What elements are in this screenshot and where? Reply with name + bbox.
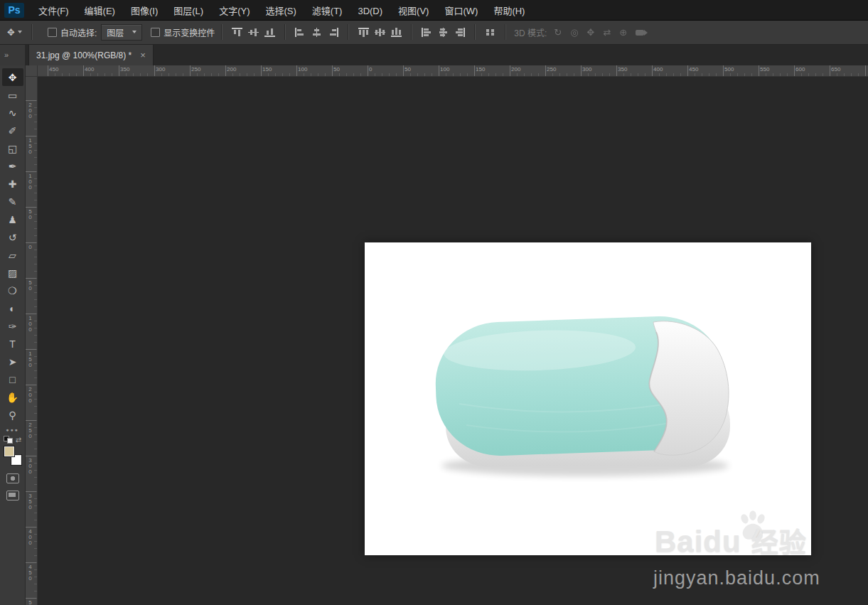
distribute-hcenter-icon[interactable] bbox=[438, 28, 449, 37]
3d-rotate-icon[interactable]: ↻ bbox=[554, 27, 562, 38]
ruler-v-label: 350 bbox=[27, 493, 33, 510]
horizontal-ruler[interactable]: 4504003503002502001501005005010015020025… bbox=[26, 65, 868, 77]
gradient-tool[interactable]: ▨ bbox=[2, 264, 23, 282]
move-tool[interactable]: ✥ bbox=[2, 68, 23, 86]
eraser-tool[interactable]: ▱ bbox=[2, 246, 23, 264]
show-transform-checkbox[interactable] bbox=[151, 28, 160, 37]
shape-tool-icon: □ bbox=[9, 375, 15, 385]
foreground-color-swatch[interactable] bbox=[4, 446, 14, 456]
swap-colors-icon[interactable]: ⇄ bbox=[16, 437, 21, 444]
path-selection-tool[interactable]: ➤ bbox=[2, 353, 23, 370]
color-swatches bbox=[4, 446, 21, 465]
blur-tool[interactable]: ❍ bbox=[2, 282, 23, 299]
ruler-corner[interactable] bbox=[26, 65, 38, 77]
separator bbox=[348, 24, 349, 40]
hand-tool[interactable]: ✋ bbox=[2, 388, 23, 406]
tool-preset-picker[interactable]: ✥ bbox=[7, 27, 22, 38]
lasso-tool[interactable]: ∿ bbox=[2, 104, 23, 122]
clone-stamp-tool[interactable]: ♟ bbox=[2, 210, 23, 228]
align-left-icon[interactable] bbox=[295, 28, 306, 37]
camera-icon bbox=[636, 30, 644, 36]
vertical-ruler[interactable]: 2001501005005010015020025030035040045050… bbox=[26, 77, 38, 605]
3d-slide-icon[interactable]: ⇄ bbox=[603, 27, 611, 38]
screen-mode-icon[interactable] bbox=[6, 491, 19, 500]
document-canvas[interactable] bbox=[365, 242, 811, 555]
auto-select-target-dropdown[interactable]: 图层 bbox=[101, 24, 142, 41]
distribute-left-icon[interactable] bbox=[422, 28, 432, 37]
menu-file[interactable]: 文件(F) bbox=[31, 6, 77, 16]
ruler-v-label: 300 bbox=[27, 457, 33, 474]
ruler-h-label: 0 bbox=[369, 66, 372, 73]
type-tool-icon: T bbox=[9, 339, 16, 349]
menu-filter[interactable]: 滤镜(T) bbox=[304, 6, 350, 16]
menu-image[interactable]: 图像(I) bbox=[123, 6, 166, 16]
distribute-bottom-icon[interactable] bbox=[391, 28, 402, 37]
align-right-icon[interactable] bbox=[328, 28, 338, 37]
ruler-v-label: 100 bbox=[27, 315, 33, 332]
marquee-tool[interactable]: ▭ bbox=[2, 86, 23, 104]
ruler-h-label: 150 bbox=[476, 66, 485, 73]
edit-toolbar-icon[interactable]: ●●● bbox=[6, 427, 19, 432]
ruler-v-label: 250 bbox=[27, 422, 33, 439]
ruler-h-label: 500 bbox=[724, 66, 734, 73]
brush-tool[interactable]: ✎ bbox=[2, 193, 23, 210]
ruler-v-label: 0 bbox=[27, 244, 33, 250]
dodge-tool[interactable]: ◐ bbox=[2, 299, 23, 317]
canvas-area[interactable]: Baidu经验 jingyan.baidu.com bbox=[38, 77, 868, 605]
background-color-swatch[interactable] bbox=[11, 455, 21, 465]
align-bottom-icon[interactable] bbox=[264, 28, 275, 37]
zoom-tool[interactable]: ⚲ bbox=[2, 406, 23, 424]
healing-brush-tool[interactable]: ✚ bbox=[2, 175, 23, 193]
menu-select[interactable]: 选择(S) bbox=[257, 6, 304, 16]
3d-scale-icon[interactable]: ⊕ bbox=[619, 27, 627, 38]
ruler-h-label: 50 bbox=[333, 66, 340, 73]
device-artwork bbox=[427, 315, 744, 482]
menu-help[interactable]: 帮助(H) bbox=[486, 6, 532, 16]
3d-camera-icon[interactable] bbox=[636, 27, 644, 38]
distribute-right-icon[interactable] bbox=[454, 28, 465, 37]
align-vcenter-icon[interactable] bbox=[248, 28, 259, 37]
marquee-tool-icon: ▭ bbox=[8, 90, 17, 100]
auto-select-checkbox[interactable] bbox=[48, 28, 57, 37]
menu-window[interactable]: 窗口(W) bbox=[436, 6, 486, 16]
quick-mask-mode-icon[interactable] bbox=[6, 473, 19, 483]
distribute-top-icon[interactable] bbox=[358, 28, 369, 37]
align-top-icon[interactable] bbox=[232, 28, 242, 37]
quick-selection-tool[interactable]: ✐ bbox=[2, 122, 23, 139]
mode3d-icons: ↻◎✥⇄⊕ bbox=[550, 27, 648, 38]
crop-tool[interactable]: ◱ bbox=[2, 139, 23, 157]
auto-align-layers-icon[interactable] bbox=[485, 28, 495, 37]
menu-edit[interactable]: 编辑(E) bbox=[77, 6, 123, 16]
menu-3d[interactable]: 3D(D) bbox=[350, 6, 390, 16]
ruler-h-label: 300 bbox=[582, 66, 591, 73]
distribute-vcenter-icon[interactable] bbox=[375, 28, 385, 37]
ruler-v-label: 50 bbox=[27, 279, 33, 291]
pen-tool-icon: ✑ bbox=[9, 321, 17, 331]
3d-drag-icon[interactable]: ✥ bbox=[587, 27, 595, 38]
shape-tool[interactable]: □ bbox=[2, 370, 23, 388]
menu-view[interactable]: 视图(V) bbox=[390, 6, 436, 16]
menu-type[interactable]: 文字(Y) bbox=[211, 6, 257, 16]
align-hcenter-icon[interactable] bbox=[311, 28, 322, 37]
menu-layer[interactable]: 图层(L) bbox=[166, 6, 211, 16]
menu-bar: Ps 文件(F)编辑(E)图像(I)图层(L)文字(Y)选择(S)滤镜(T)3D… bbox=[0, 0, 868, 21]
pen-tool[interactable]: ✑ bbox=[2, 317, 23, 335]
eraser-tool-icon: ▱ bbox=[9, 250, 16, 260]
close-icon[interactable]: × bbox=[140, 50, 146, 60]
eyedropper-tool-icon: ✒ bbox=[9, 161, 17, 171]
ruler-v-label: 500 bbox=[27, 599, 33, 605]
ruler-v-label: 200 bbox=[27, 102, 33, 119]
default-colors-icon[interactable] bbox=[4, 436, 13, 444]
ruler-h-label: 50 bbox=[404, 66, 411, 73]
eyedropper-tool[interactable]: ✒ bbox=[2, 157, 23, 175]
ruler-v-label: 150 bbox=[27, 350, 33, 368]
3d-roll-icon[interactable]: ◎ bbox=[570, 27, 578, 38]
toolbar-collapse-button[interactable]: » bbox=[0, 44, 26, 65]
quick-selection-tool-icon: ✐ bbox=[9, 126, 17, 136]
history-brush-tool[interactable]: ↺ bbox=[2, 228, 23, 246]
type-tool[interactable]: T bbox=[2, 335, 23, 353]
watermark-domain: jingyan.baidu.com bbox=[653, 567, 820, 589]
document-tab[interactable]: 31.jpg @ 100%(RGB/8) * × bbox=[28, 44, 154, 65]
ruler-h-label: 100 bbox=[298, 66, 307, 73]
ruler-v-label: 200 bbox=[27, 386, 33, 403]
